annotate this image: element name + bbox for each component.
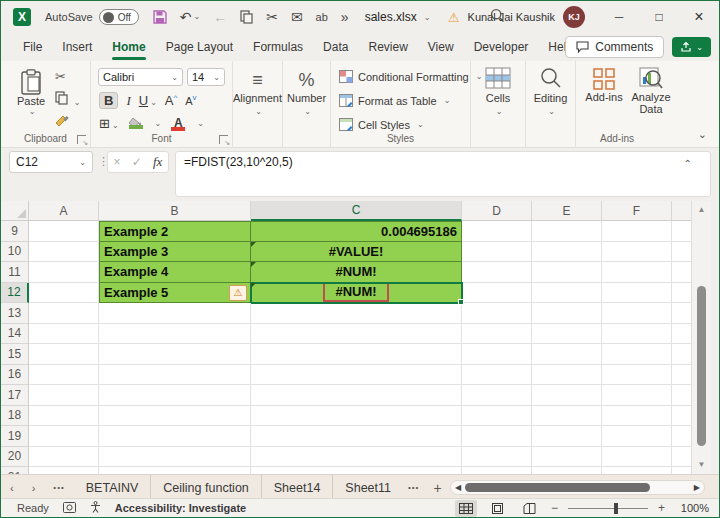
cell-e11[interactable] bbox=[532, 262, 602, 283]
autosave-toggle[interactable]: Off bbox=[99, 9, 139, 25]
cut-icon[interactable]: ✂ bbox=[266, 10, 278, 24]
sheet-tab-sheet14[interactable]: Sheet14 bbox=[262, 475, 334, 501]
font-color-chevron-icon[interactable]: ⌄ bbox=[197, 119, 204, 128]
cell-b12[interactable]: Example 5 ⚠ bbox=[99, 283, 251, 304]
scroll-up-icon[interactable]: ▲ bbox=[698, 201, 706, 217]
scroll-left-icon[interactable]: ◀ bbox=[455, 483, 461, 492]
bold-button[interactable]: B bbox=[99, 92, 118, 109]
replace-icon[interactable]: ab bbox=[316, 12, 328, 23]
cells-button[interactable]: Cells ⌄ bbox=[471, 67, 525, 116]
fill-handle[interactable] bbox=[458, 299, 464, 305]
cell-f10[interactable] bbox=[602, 242, 672, 263]
cell-a10[interactable] bbox=[29, 242, 99, 263]
comments-button[interactable]: Comments bbox=[565, 36, 664, 58]
more-commands-icon[interactable]: » bbox=[341, 10, 349, 24]
row-header-19[interactable]: 19 bbox=[1, 426, 29, 447]
cell-c10[interactable]: #VALUE! bbox=[251, 242, 462, 263]
zoom-level[interactable]: 100% bbox=[675, 502, 709, 514]
formula-bar-collapse-icon[interactable]: ⌃ bbox=[684, 158, 692, 169]
cell-f12[interactable] bbox=[602, 283, 672, 304]
font-dialog-launcher-icon[interactable] bbox=[219, 135, 228, 144]
cell-c12-selected[interactable]: #NUM! bbox=[251, 283, 462, 304]
menu-tab-formulas[interactable]: Formulas bbox=[243, 36, 313, 58]
zoom-in-icon[interactable]: + bbox=[658, 501, 665, 515]
sheet-tab-ceiling-function[interactable]: Ceiling function bbox=[151, 475, 261, 501]
menu-tab-view[interactable]: View bbox=[418, 36, 464, 58]
horizontal-scroll-thumb[interactable] bbox=[465, 483, 650, 492]
row-header-9[interactable]: 9 bbox=[1, 221, 29, 242]
page-layout-view-icon[interactable] bbox=[487, 500, 509, 517]
menu-tab-developer[interactable]: Developer bbox=[464, 36, 539, 58]
cell-styles-button[interactable]: Cell Styles ⌄ bbox=[339, 118, 424, 131]
cell-d10[interactable] bbox=[462, 242, 532, 263]
row-header-20[interactable]: 20 bbox=[1, 447, 29, 468]
row-header-17[interactable]: 17 bbox=[1, 385, 29, 406]
copy-chevron-icon[interactable]: ⌄ bbox=[74, 98, 81, 107]
document-title[interactable]: sales.xlsx ⌄ bbox=[365, 10, 431, 24]
prev-sheet-icon[interactable]: ‹ bbox=[1, 482, 23, 494]
conditional-formatting-button[interactable]: Conditional Formatting ⌄ bbox=[339, 70, 482, 83]
cell-d12[interactable] bbox=[462, 283, 532, 304]
close-button[interactable]: × bbox=[679, 1, 719, 33]
font-size-combobox[interactable]: 14 ⌄ bbox=[187, 68, 225, 86]
cell-b10[interactable]: Example 3 bbox=[99, 242, 251, 263]
paste-button[interactable]: Paste ⌄ bbox=[11, 69, 51, 116]
analyze-data-button[interactable]: Analyze Data bbox=[628, 67, 674, 115]
accessibility-status[interactable]: Accessibility: Investigate bbox=[115, 502, 246, 514]
normal-view-icon[interactable] bbox=[455, 500, 477, 517]
cell-e10[interactable] bbox=[532, 242, 602, 263]
row-header-10[interactable]: 10 bbox=[1, 242, 29, 263]
fill-color-button[interactable] bbox=[129, 118, 143, 129]
copy-button-icon[interactable]: ⌄ bbox=[55, 91, 80, 108]
row-header-15[interactable]: 15 bbox=[1, 344, 29, 365]
autosave-control[interactable]: AutoSave Off bbox=[45, 9, 139, 25]
underline-chevron-icon[interactable]: ⌄ bbox=[150, 98, 157, 107]
copy-icon[interactable] bbox=[240, 10, 253, 24]
addins-button[interactable]: Add-ins bbox=[582, 67, 626, 103]
minimize-button[interactable]: ─ bbox=[599, 1, 639, 33]
row-header-21[interactable]: 21 bbox=[1, 467, 29, 474]
sheet-tab-sheet11[interactable]: Sheet11 bbox=[333, 475, 403, 501]
error-warning-icon[interactable]: ⚠ bbox=[229, 285, 247, 301]
fill-color-chevron-icon[interactable]: ⌄ bbox=[155, 119, 162, 128]
grow-font-button[interactable]: A^ bbox=[165, 93, 177, 108]
cell-f9[interactable] bbox=[602, 221, 672, 242]
underline-button[interactable]: U⌄ bbox=[139, 93, 157, 108]
font-color-button[interactable]: A bbox=[171, 117, 185, 131]
cancel-entry-icon[interactable]: × bbox=[114, 155, 121, 169]
vertical-scrollbar[interactable]: ▲ ▼ bbox=[691, 201, 711, 474]
formula-input[interactable]: =FDIST(23,10^20,5) ⌃ bbox=[175, 151, 711, 197]
cell-d9[interactable] bbox=[462, 221, 532, 242]
column-header-a[interactable]: A bbox=[29, 201, 99, 221]
undo-chevron-icon[interactable]: ⌄ bbox=[193, 13, 200, 21]
macro-record-icon[interactable] bbox=[63, 502, 76, 515]
cell-a11[interactable] bbox=[29, 262, 99, 283]
column-header-b[interactable]: B bbox=[99, 201, 251, 221]
menu-tab-insert[interactable]: Insert bbox=[52, 36, 102, 58]
cell-c11[interactable]: #NUM! bbox=[251, 262, 462, 283]
cell-b9[interactable]: Example 2 bbox=[99, 221, 251, 242]
zoom-slider[interactable] bbox=[568, 508, 648, 509]
menu-tab-data[interactable]: Data bbox=[313, 36, 358, 58]
name-box[interactable]: C12 ⌄ bbox=[9, 151, 93, 173]
column-header-partial[interactable] bbox=[672, 201, 693, 221]
accessibility-icon[interactable] bbox=[90, 501, 101, 515]
select-all-corner[interactable] bbox=[1, 201, 29, 221]
cell-e12[interactable] bbox=[532, 283, 602, 304]
collapse-ribbon-icon[interactable]: ⌄ bbox=[698, 128, 707, 141]
borders-chevron-icon[interactable]: ⌄ bbox=[112, 121, 119, 130]
editing-button[interactable]: Editing ⌄ bbox=[526, 67, 575, 116]
borders-button[interactable]: ⊞⌄ bbox=[99, 116, 119, 131]
cell-f11[interactable] bbox=[602, 262, 672, 283]
row-header-13[interactable]: 13 bbox=[1, 303, 29, 324]
format-as-table-button[interactable]: Format as Table ⌄ bbox=[339, 94, 450, 107]
format-painter-icon[interactable] bbox=[55, 115, 80, 131]
number-button[interactable]: % Number ⌄ bbox=[283, 71, 330, 116]
page-break-view-icon[interactable] bbox=[519, 500, 541, 517]
vertical-scroll-thumb[interactable] bbox=[697, 286, 706, 446]
cut-button-icon[interactable]: ✂ bbox=[55, 69, 80, 84]
font-name-combobox[interactable]: Calibri ⌄ bbox=[98, 68, 183, 86]
row-header-14[interactable]: 14 bbox=[1, 324, 29, 345]
shrink-font-button[interactable]: Av bbox=[185, 93, 196, 108]
share-button[interactable]: ⌄ bbox=[672, 37, 711, 57]
